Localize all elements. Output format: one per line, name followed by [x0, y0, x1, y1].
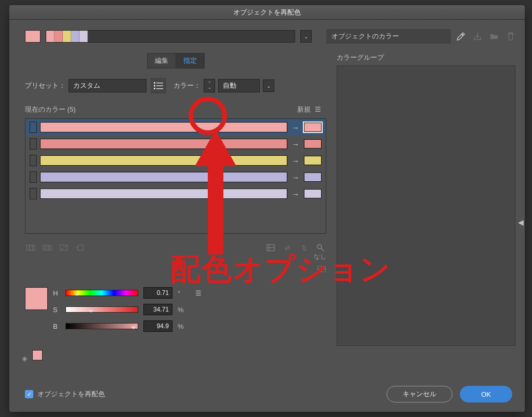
- mode-tabs: 編集 指定: [25, 53, 326, 69]
- sat-row: S 34.71 %: [53, 304, 204, 315]
- row-handle[interactable]: [30, 188, 37, 199]
- preset-label: プリセット：: [25, 81, 65, 90]
- row-handle[interactable]: [30, 122, 37, 133]
- row-target-swatch[interactable]: [304, 123, 322, 132]
- recolor-checkbox-label: オブジェクトを再配色: [37, 389, 105, 399]
- svg-rect-0: [154, 82, 155, 84]
- color-row[interactable]: →: [25, 169, 326, 185]
- s-label: S: [53, 306, 60, 314]
- columns: 編集 指定 プリセット： カスタム カラー： ⌃⌄ 自動: [25, 53, 515, 346]
- color-row[interactable]: →: [25, 119, 326, 136]
- bri-slider[interactable]: [65, 323, 138, 329]
- swatch-item[interactable]: [79, 31, 88, 42]
- hue-slider[interactable]: [65, 290, 138, 296]
- arrow-icon: →: [290, 190, 301, 198]
- eyedropper-icon[interactable]: [456, 32, 466, 41]
- hsb-menu-icon[interactable]: ☰: [193, 289, 204, 297]
- sat-unit: %: [178, 306, 185, 314]
- hsb-large-swatch[interactable]: [25, 287, 48, 310]
- object-colors-label: オブジェクトのカラー: [331, 32, 399, 41]
- svg-rect-4: [154, 88, 155, 89]
- svg-line-13: [60, 245, 68, 250]
- row-handle[interactable]: [30, 171, 37, 183]
- colors-stepper[interactable]: ⌃⌄: [204, 79, 215, 92]
- sat-slider[interactable]: [65, 306, 138, 313]
- recolor-checkbox[interactable]: ✓ オブジェクトを再配色: [25, 389, 105, 399]
- bri-row: B 94.9 %: [53, 320, 204, 332]
- svg-rect-11: [49, 245, 51, 250]
- color-row[interactable]: →: [25, 152, 326, 169]
- colors-select[interactable]: 自動: [218, 79, 260, 92]
- sat-input[interactable]: 34.71: [143, 304, 172, 315]
- trash-icon[interactable]: [506, 32, 515, 41]
- svg-rect-1: [156, 83, 163, 84]
- arrow-icon: →: [290, 140, 301, 149]
- new-row-icon[interactable]: [76, 243, 85, 252]
- save-group-icon[interactable]: [473, 32, 482, 41]
- row-source-bar[interactable]: [40, 172, 287, 182]
- collapse-triangle-icon[interactable]: ◀: [518, 218, 524, 226]
- svg-rect-2: [154, 85, 155, 87]
- color-row[interactable]: →: [25, 136, 326, 152]
- right-column: カラーグループ: [337, 53, 515, 346]
- dialog-body: ⌄ オブジェクトのカラー: [9, 20, 525, 355]
- row-handle[interactable]: [30, 138, 37, 150]
- swatch-dropdown[interactable]: ⌄: [300, 30, 312, 43]
- swatch-item[interactable]: [71, 31, 79, 42]
- checkbox-checked-icon: ✓: [25, 390, 33, 398]
- svg-rect-10: [46, 245, 48, 250]
- separate-icon[interactable]: [43, 243, 52, 252]
- cancel-button[interactable]: キャンセル: [387, 386, 453, 402]
- swatch-item[interactable]: [46, 31, 55, 42]
- list-menu-icon[interactable]: ☰: [313, 105, 323, 113]
- row-source-bar[interactable]: [40, 122, 287, 132]
- cube-icon[interactable]: ◈: [22, 354, 28, 362]
- color-row[interactable]: →: [25, 185, 326, 202]
- tab-edit[interactable]: 編集: [147, 53, 176, 69]
- active-color-swatch[interactable]: [25, 30, 41, 43]
- colors-dropdown[interactable]: ⌄: [263, 79, 274, 92]
- folder-icon[interactable]: [489, 32, 499, 41]
- row-handle[interactable]: [30, 155, 37, 166]
- row-target-swatch[interactable]: [304, 189, 322, 198]
- annotation-text: 配色オプション: [170, 249, 391, 290]
- current-colors-label: 現在のカラー (5): [25, 105, 76, 114]
- hue-unit: °: [178, 289, 185, 297]
- svg-rect-8: [33, 245, 35, 250]
- row-target-swatch[interactable]: [304, 139, 322, 149]
- dialog-titlebar[interactable]: オブジェクトを再配色: [9, 5, 525, 20]
- swatch-item[interactable]: [55, 31, 63, 42]
- row-source-bar[interactable]: [40, 155, 287, 166]
- recolor-options-button[interactable]: [151, 78, 166, 93]
- arrow-icon: →: [290, 123, 301, 132]
- merge-icon[interactable]: [26, 243, 35, 252]
- svg-rect-6: [26, 245, 29, 250]
- hue-input[interactable]: 0.71: [143, 287, 172, 299]
- arrow-icon: →: [290, 173, 301, 182]
- bri-input[interactable]: 94.9: [143, 320, 172, 332]
- top-row: ⌄ オブジェクトのカラー: [25, 29, 515, 44]
- row-source-bar[interactable]: [40, 139, 287, 149]
- tab-assign[interactable]: 指定: [176, 53, 205, 69]
- dialog-title: オブジェクトを再配色: [233, 8, 301, 17]
- arrow-icon: →: [290, 156, 301, 165]
- row-source-bar[interactable]: [40, 189, 287, 199]
- object-colors-field: オブジェクトのカラー: [326, 29, 451, 44]
- hsb-block: H 0.71 ° ☰ S 34.71 %: [25, 287, 326, 332]
- preset-row: プリセット： カスタム カラー： ⌃⌄ 自動 ⌄: [25, 78, 326, 93]
- row-target-swatch[interactable]: [304, 156, 322, 165]
- color-groups-list[interactable]: [337, 65, 515, 346]
- left-column: 編集 指定 プリセット： カスタム カラー： ⌃⌄ 自動: [25, 53, 326, 346]
- ok-button[interactable]: OK: [460, 386, 512, 402]
- swatch-item[interactable]: [63, 31, 71, 42]
- preset-select[interactable]: カスタム: [69, 79, 147, 92]
- bri-unit: %: [178, 322, 185, 330]
- top-icon-row: [456, 32, 515, 41]
- row-target-swatch[interactable]: [304, 172, 322, 182]
- exclude-icon[interactable]: [59, 243, 69, 252]
- mini-swatch[interactable]: [32, 350, 43, 360]
- recolor-dialog: オブジェクトを再配色 ⌄ オブジェクトのカラー: [9, 5, 525, 412]
- new-label: 新規: [297, 105, 311, 113]
- color-table: → → →: [25, 118, 326, 234]
- swatch-strip[interactable]: [46, 30, 295, 43]
